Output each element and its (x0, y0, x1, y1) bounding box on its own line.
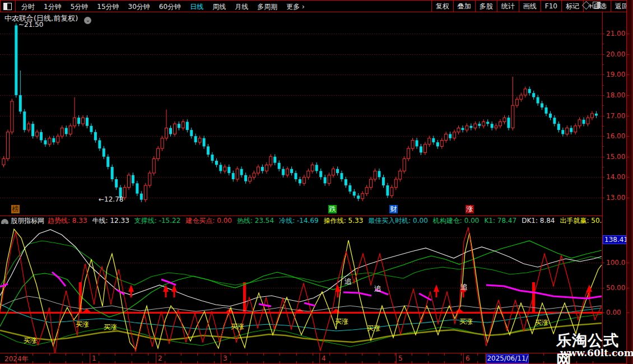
time-axis-label: 6 (466, 354, 470, 362)
candle-body (469, 126, 472, 128)
axis-tick (99, 361, 99, 363)
strip-tick (627, 95, 629, 96)
chart-marker-跌: 跌 (328, 205, 337, 213)
price-tick-minor (602, 188, 604, 188)
candle-body (423, 144, 426, 153)
indicator-panel[interactable]: 买涨买涨买涨买涨买涨买涨买涨买涨追追追 (0, 224, 602, 353)
axis-tick (362, 361, 362, 363)
strip-tick (627, 177, 629, 178)
indicator-param: K1: 78.47 (484, 217, 516, 224)
low-annotation: ←12.78 (99, 195, 123, 203)
axis-tick (296, 361, 297, 363)
period-tab-分时[interactable]: 分时 (17, 3, 39, 11)
toolbar-periods: 分时1分钟5分钟15分钟30分钟60分钟日线周线月线多周期更多 › (17, 1, 309, 12)
candle-body (520, 95, 523, 99)
window-split-icon[interactable] (3, 3, 12, 10)
chart-marker-财: 财 (389, 205, 398, 213)
axis-tick (296, 353, 297, 356)
candle-body (328, 175, 331, 184)
axis-tick (32, 353, 33, 356)
candle-body (240, 169, 243, 175)
indicator-source[interactable]: 股朋指标网 (11, 217, 44, 224)
right-scroll-strip[interactable] (627, 0, 633, 364)
magenta-trend-segment (486, 285, 602, 298)
axis-tick (477, 353, 478, 356)
period-tab-5分钟[interactable]: 5分钟 (66, 3, 93, 11)
candle-body (90, 126, 92, 132)
indicator-chevron-icon[interactable]: ⌄ (1, 219, 8, 224)
period-tab-日线[interactable]: 日线 (185, 3, 208, 11)
period-tab-多周期[interactable]: 多周期 (253, 3, 282, 11)
axis-tick (543, 353, 544, 356)
period-tab-30分钟[interactable]: 30分钟 (124, 3, 155, 11)
candle-body (382, 177, 385, 185)
period-tab-1分钟[interactable]: 1分钟 (39, 3, 66, 11)
toolbar-button-叠加[interactable]: 叠加 (453, 1, 475, 12)
toolbar-button-复权[interactable]: 复权 (431, 1, 453, 12)
axis-tick (148, 361, 148, 363)
period-tab-月线[interactable]: 月线 (230, 3, 253, 11)
buy-signal-label: 买涨 (231, 322, 244, 332)
buy-arrow-stem (174, 291, 175, 297)
axis-tick (346, 353, 346, 356)
candle-body (198, 138, 201, 142)
candle-body (123, 188, 126, 198)
strip-tick (627, 312, 629, 313)
period-tab-60分钟[interactable]: 60分钟 (155, 3, 185, 11)
chase-signal-label: 追 (345, 277, 352, 287)
candle-body (48, 138, 51, 144)
time-axis-label: 2 (158, 354, 162, 362)
candle-body (478, 124, 481, 126)
candle-body (165, 128, 168, 138)
buy-signal-label: 买涨 (367, 324, 380, 333)
strip-tick (627, 116, 629, 116)
candles-svg (0, 16, 602, 216)
month-divider (463, 353, 464, 363)
indicator-tick (602, 312, 604, 313)
buy-signal-label: 买涨 (459, 317, 473, 326)
axis-tick (477, 361, 478, 363)
axis-tick (461, 353, 462, 356)
price-tick-minor (602, 105, 604, 106)
price-tick (602, 136, 604, 137)
toolbar-button-画线[interactable]: 画线 (519, 1, 541, 12)
strip-tick (627, 74, 629, 75)
candle-body (486, 122, 489, 124)
candle-body (541, 104, 543, 108)
price-tick (602, 116, 604, 116)
toolbar-button-多股[interactable]: 多股 (475, 1, 497, 12)
toolbar-button-F10[interactable]: F10 (541, 1, 561, 12)
indicator-param: 冷线: -14.69 (279, 217, 319, 224)
candle-body (524, 89, 527, 95)
price-tick (602, 74, 604, 75)
candle-body (416, 140, 418, 146)
axis-tick (132, 353, 132, 356)
axis-tick (362, 353, 362, 356)
candle-body (282, 169, 285, 175)
panel-split-icon[interactable] (593, 2, 601, 8)
strip-tick (627, 263, 629, 263)
candle-body (302, 177, 305, 183)
axis-tick (165, 353, 165, 356)
indicator-param: 趋势线: 8.33 (48, 217, 87, 224)
period-tab-15分钟[interactable]: 15分钟 (92, 3, 123, 11)
axis-tick (197, 353, 198, 356)
buy-signal-label: 买涨 (24, 336, 37, 346)
axis-tick (428, 353, 429, 356)
candle-body (537, 97, 539, 104)
period-tab-周线[interactable]: 周线 (208, 3, 230, 11)
indicator-param: DK1: 8.84 (522, 217, 555, 224)
candlestick-chart[interactable] (0, 16, 602, 216)
candle-body (319, 171, 322, 177)
strip-tick (627, 34, 629, 34)
price-tick-minor (602, 126, 604, 127)
indicator-header: ⌄股朋指标网趋势线: 8.33牛线: 12.33支撑线: -15.22建仓买点:… (0, 216, 602, 224)
gray-line (0, 296, 602, 311)
axis-tick (313, 353, 313, 356)
magenta-trend-segment (52, 272, 66, 286)
period-tab-更多 ›[interactable]: 更多 › (282, 3, 309, 11)
candle-body (98, 140, 101, 148)
toolbar-button-标记[interactable]: 标记 (561, 1, 583, 12)
toolbar-button-统计[interactable]: 统计 (497, 1, 519, 12)
indicator-param: 支撑线: -15.22 (134, 217, 181, 224)
